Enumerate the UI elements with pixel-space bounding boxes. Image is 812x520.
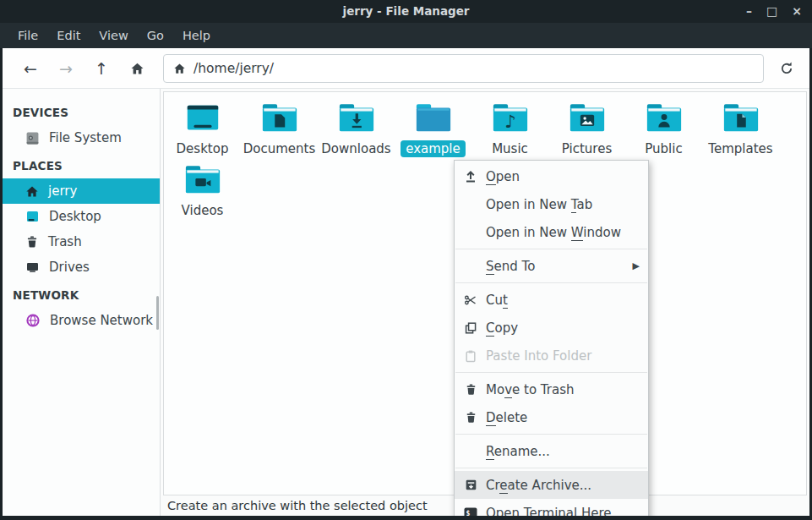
menu-separator: [455, 249, 647, 249]
titlebar: jerry - File Manager – □ ×: [0, 0, 812, 23]
menu-edit[interactable]: Edit: [47, 23, 90, 48]
file-label: Videos: [177, 202, 229, 219]
menu-item-open-in-new-window[interactable]: Open in New Window: [455, 218, 648, 246]
selected-folder-icon: [414, 102, 453, 134]
sidebar-item-drives[interactable]: Drives: [3, 255, 160, 280]
file-item-templates[interactable]: Templates: [702, 102, 779, 157]
menu-separator: [455, 372, 647, 373]
sidebar-item-label: Drives: [49, 260, 90, 275]
menu-help[interactable]: Help: [173, 23, 220, 48]
sidebar-item-browse-network[interactable]: Browse Network: [3, 308, 160, 333]
videos-folder-icon: [183, 164, 222, 196]
trash-icon: [463, 411, 478, 424]
file-label: Music: [487, 140, 533, 157]
context-menu: Open Open in New Tab Open in New Window …: [454, 160, 649, 520]
sidebar-header-places: PLACES: [13, 159, 160, 172]
file-item-pictures[interactable]: Pictures: [548, 102, 625, 157]
menubar: File Edit View Go Help: [0, 23, 812, 48]
file-label: Desktop: [172, 140, 234, 157]
maximize-button[interactable]: □: [766, 0, 777, 23]
menu-item-copy[interactable]: Copy: [455, 314, 648, 342]
templates-folder-icon: [722, 102, 760, 134]
refresh-button[interactable]: [774, 56, 799, 81]
window-controls: – □ ×: [746, 0, 802, 23]
menu-item-send-to[interactable]: Send To ▶: [455, 252, 648, 280]
menu-file[interactable]: File: [8, 23, 47, 48]
scissors-icon: [463, 293, 478, 307]
minimize-button[interactable]: –: [746, 0, 752, 23]
downloads-folder-icon: [337, 102, 376, 134]
home-icon: [25, 185, 39, 198]
forward-button[interactable]: →: [52, 54, 80, 83]
music-folder-icon: ♪: [491, 102, 530, 134]
status-text: Create an archive with the selected obje…: [167, 499, 428, 512]
sidebar-item-label: Browse Network: [50, 313, 153, 328]
refresh-icon: [779, 61, 794, 76]
file-item-videos[interactable]: Videos: [164, 164, 241, 219]
copy-icon: [463, 321, 478, 335]
file-item-desktop[interactable]: Desktop: [164, 102, 241, 157]
file-label: Templates: [703, 140, 777, 157]
home-button[interactable]: [123, 54, 151, 83]
path-text: /home/jerry/: [193, 61, 274, 76]
file-item-downloads[interactable]: Downloads: [318, 102, 395, 157]
sidebar-header-network: NETWORK: [13, 288, 160, 302]
sidebar: DEVICES File System PLACES jerry: [3, 89, 161, 516]
drives-icon: [25, 260, 40, 274]
menu-item-open[interactable]: Open: [455, 162, 648, 190]
file-item-music[interactable]: ♪ Music: [471, 102, 548, 157]
file-item-public[interactable]: Public: [625, 102, 702, 157]
sidebar-item-label: File System: [49, 130, 122, 145]
path-bar[interactable]: /home/jerry/: [163, 54, 764, 83]
menu-item-paste-into-folder[interactable]: Paste Into Folder: [455, 342, 648, 369]
sidebar-item-trash[interactable]: Trash: [3, 229, 160, 255]
submenu-arrow-icon: ▶: [633, 260, 640, 271]
trash-icon: [463, 383, 478, 396]
menu-item-cut[interactable]: Cut: [455, 286, 648, 314]
sidebar-scrollbar-thumb[interactable]: [156, 296, 159, 330]
sidebar-item-jerry[interactable]: jerry: [3, 178, 160, 204]
clipboard-icon: [463, 349, 478, 363]
menu-item-move-to-trash[interactable]: Move to Trash: [455, 375, 648, 403]
desktop-icon: [183, 102, 222, 134]
menu-separator: [455, 434, 647, 435]
file-label: Public: [640, 140, 687, 157]
sidebar-item-label: jerry: [48, 183, 77, 199]
file-label: Pictures: [557, 140, 617, 157]
window-title: jerry - File Manager: [0, 0, 812, 23]
menu-separator: [455, 468, 647, 468]
archive-icon: [463, 479, 478, 491]
toolbar: ← → ↑ /home/jerry/: [3, 48, 809, 89]
file-item-example[interactable]: example: [395, 102, 471, 157]
menu-item-rename[interactable]: Rename...: [455, 437, 648, 465]
file-label: Documents: [238, 140, 321, 157]
window-content: ← → ↑ /home/jerry/: [3, 48, 809, 516]
home-icon: [130, 62, 144, 75]
sidebar-item-label: Desktop: [49, 209, 101, 224]
menu-item-open-in-new-tab[interactable]: Open in New Tab: [455, 190, 648, 218]
file-item-documents[interactable]: Documents: [241, 102, 318, 157]
trash-icon: [25, 235, 39, 249]
documents-folder-icon: [260, 102, 299, 134]
menu-go[interactable]: Go: [138, 23, 173, 48]
public-folder-icon: [645, 102, 684, 134]
up-button[interactable]: ↑: [87, 54, 116, 83]
close-button[interactable]: ×: [792, 0, 802, 23]
menu-view[interactable]: View: [90, 23, 137, 48]
file-manager-window: jerry - File Manager – □ × File Edit Vie…: [0, 0, 812, 520]
music-note-icon: ♪: [504, 111, 515, 132]
pictures-folder-icon: [568, 102, 607, 134]
file-label-selected: example: [401, 140, 466, 157]
menu-item-create-archive[interactable]: Create Archive...: [455, 471, 648, 499]
drive-icon: [25, 131, 40, 145]
home-icon: [173, 63, 186, 74]
desktop-icon: [25, 210, 40, 223]
menu-item-delete[interactable]: Delete: [455, 403, 648, 431]
sidebar-item-label: Trash: [48, 234, 82, 249]
sidebar-item-desktop[interactable]: Desktop: [3, 204, 160, 229]
window-bottom-border: [0, 516, 812, 520]
back-button[interactable]: ←: [16, 54, 45, 83]
menu-separator: [455, 282, 647, 283]
sidebar-header-devices: DEVICES: [13, 106, 160, 119]
sidebar-item-file-system[interactable]: File System: [3, 125, 160, 151]
